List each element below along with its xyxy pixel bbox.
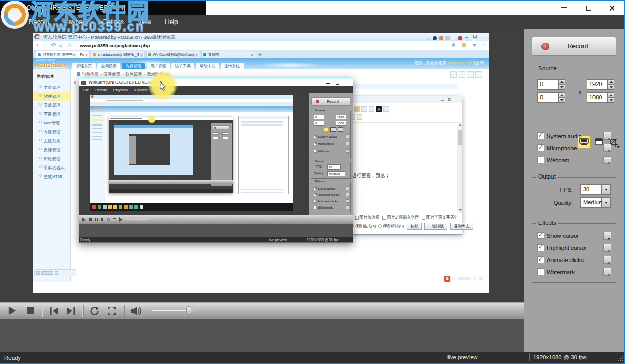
admin-sidebar-item: 安卓管理 [33,101,71,110]
spinner-arrows[interactable] [608,79,614,90]
cursor-highlight [148,71,178,100]
options-button[interactable] [603,256,611,264]
menu-item-view[interactable]: View [138,18,151,26]
checkbox[interactable] [537,157,544,163]
menu-item-file[interactable]: File [5,18,15,26]
option-row-highlight-cursor: Highlight cursor [314,193,349,196]
nested-stop-icon [89,218,92,221]
checkbox-label: System audio [547,133,603,139]
source-y-spinner[interactable]: 0 [537,92,565,103]
volume-slider[interactable] [152,310,194,311]
source-x-spinner[interactable]: 0 [537,79,565,90]
loop-icon [90,306,99,316]
checkbox-label: Watermark [318,206,346,209]
browser-tab: smartassembly 破解版_图 [91,51,145,58]
status-resolution: 1920x1080 @ 30 fps [529,353,587,361]
menu-item-file: File [83,88,89,92]
source-width-spinner[interactable]: 1920 [587,79,614,90]
spin-down-icon[interactable] [608,98,614,103]
fps-value[interactable]: 30 [580,184,602,195]
skip-start-button[interactable] [46,303,62,319]
spinner-arrows[interactable] [558,79,565,90]
maximize-button[interactable] [578,1,600,15]
checkbox[interactable] [537,244,544,251]
stop-button[interactable] [21,303,39,319]
source-width-value[interactable]: 1920 [587,79,608,90]
source-height-value[interactable]: 1080 [587,92,608,103]
close-button[interactable] [601,1,623,15]
cursor-arrow-icon [160,81,167,91]
admin-sidebar-item: Mac管理 [33,119,71,128]
checkbox[interactable] [537,268,544,275]
admin-nav-item: 管理首页 [72,63,96,69]
options-button[interactable] [603,268,611,276]
greeting-username: suyuankun520 [447,60,473,65]
menu-item-record[interactable]: Record [29,18,49,26]
options-button[interactable] [603,144,611,152]
menu-item-options[interactable]: Options [102,18,124,26]
spin-up-icon[interactable] [558,79,565,85]
options-button[interactable] [603,156,611,164]
sogou-tool-icon [473,277,476,280]
options-button[interactable] [603,232,611,240]
record-button[interactable]: Record [532,37,616,56]
resize-grip[interactable] [618,356,623,361]
play-button[interactable] [2,303,21,319]
new-tab-button: + [256,51,264,58]
volume-thumb[interactable] [186,306,191,315]
checkbox-label: Webcam [318,150,346,153]
checkbox[interactable] [537,232,544,239]
volume-button[interactable] [128,303,145,319]
checkbox[interactable] [537,256,544,263]
skip-end-button[interactable] [62,303,79,319]
quality-value[interactable]: Medium [580,197,602,208]
admin-sidebar-item: 主题列表 [33,137,71,145]
quality-combo[interactable]: Medium [580,197,611,208]
admin-nav: 管理首页全局设置内容管理用户管理站长工具帮助中心退出系统 [72,63,244,69]
browser-title: 河东软件园 管理中心 - Powered by Pc0359.cn - 360极… [43,34,175,41]
source-y-value[interactable]: 0 [537,92,558,103]
fullscreen-button[interactable] [103,303,121,319]
options-button [346,199,349,203]
lower-strip [0,319,524,352]
spin-down-icon[interactable] [558,98,565,103]
option-row-animate-clicks: Animate clicks [314,199,349,203]
fps-combo[interactable]: 30 [580,184,611,195]
checkbox-label: Webcam [547,157,603,163]
nested-preview-area: PC0359.cn [79,93,353,215]
spin-down-icon[interactable] [608,85,614,90]
combo-arrow-icon[interactable] [602,197,611,208]
dialog-radio: 保留格式(3) [350,224,376,229]
cursor-highlight-small [148,115,156,123]
options-button[interactable] [603,132,611,140]
start-button-icon [36,36,41,41]
dialog-check-label: 图片下面文字居中 [426,215,458,220]
checkbox[interactable] [537,132,544,139]
option-row-watermark: Watermark [537,268,611,276]
spin-down-icon[interactable] [558,85,565,90]
nested-playback-bar [79,215,353,224]
quality-label: Quality: [541,200,573,206]
spin-up-icon[interactable] [558,92,565,98]
menu-item-help[interactable]: Help [165,18,178,26]
mini-taskbar [90,203,293,211]
spinner-arrows[interactable] [558,92,565,103]
preview-browser-titlebar: 河东软件园 管理中心 - Powered by Pc0359.cn - 360极… [33,33,489,41]
nested-play-icon [82,217,86,222]
spin-up-icon[interactable] [608,79,614,85]
menu-item-playback[interactable]: Playback [63,18,89,26]
mini-row [241,124,283,126]
spin-up-icon[interactable] [608,92,614,98]
source-x-value[interactable]: 0 [537,79,558,90]
minimize-button[interactable] [553,1,575,15]
checkbox[interactable] [537,144,544,151]
loop-button[interactable] [86,303,103,319]
spinner-arrows[interactable] [608,92,614,103]
nested-record-label: Record [319,100,346,103]
source-height-spinner[interactable]: 1080 [587,92,614,103]
fullscreen-icon [107,306,117,316]
options-button[interactable] [603,244,611,252]
combo-arrow-icon[interactable] [602,184,611,195]
mini-row [241,192,283,193]
mini-taskbar-item [134,205,138,209]
